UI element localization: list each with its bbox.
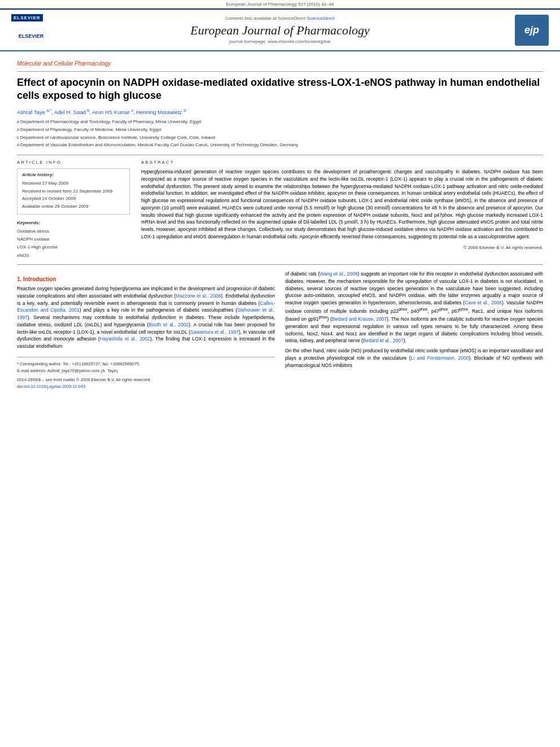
affil-text-d: Department of Vascular Endothelium and M… — [20, 142, 298, 149]
article-info-title: ARTICLE INFO — [17, 160, 130, 165]
keywords-label: Keywords: — [17, 220, 130, 225]
content-area: Molecular and Cellular Pharmacology Effe… — [0, 51, 560, 396]
footnote-email: E-mail address: Ashraf_taye70@yahoo.com … — [17, 368, 275, 374]
svg-text:ELSEVIER: ELSEVIER — [19, 33, 44, 39]
article-dates: Received 27 May 2009 Received in revised… — [22, 180, 125, 210]
divider-1 — [17, 71, 543, 72]
header-center: Contents lists available at ScienceDirec… — [51, 16, 509, 44]
article-history-label: Article history: — [22, 172, 125, 177]
abstract-title: ABSTRACT — [141, 160, 543, 165]
body-columns: 1. Introduction Reactive oxygen species … — [17, 270, 543, 390]
keyword-3: LOX-1-High glucose — [17, 243, 130, 251]
elsevier-tree-icon: ELSEVIER — [14, 24, 48, 45]
body-right-col: of diabetic rats (Wang et al., 2008) sug… — [285, 270, 543, 390]
header-top-bar: European Journal of Pharmacology 627 (20… — [0, 0, 560, 10]
ref-hayashida[interactable]: Hayashida et al., 2002 — [100, 336, 150, 342]
paper-title: Effect of apocynin on NADPH oxidase-medi… — [17, 76, 543, 103]
author-saad: Adel H. Saad b, — [54, 109, 92, 115]
main-header-row: ELSEVIER ELSEVIER Contents lists availab… — [0, 10, 560, 51]
page: European Journal of Pharmacology 627 (20… — [0, 0, 560, 747]
author-taye: Ashraf Taye a,*, — [17, 109, 54, 115]
journal-citation: European Journal of Pharmacology 627 (20… — [226, 2, 334, 7]
ref-bedard-krause[interactable]: Bedard and Krause, 2007 — [332, 316, 387, 322]
keyword-4: eNOS — [17, 252, 130, 260]
affil-sup-c: c — [17, 134, 19, 141]
author-kumar: Arun HS Kumar c, — [92, 109, 136, 115]
sciencedirect-link[interactable]: ScienceDirect — [307, 16, 335, 21]
author-morawietz: Henning Morawietz d — [136, 109, 186, 115]
affil-text-c: Department of cardiovascular science, Bi… — [20, 134, 215, 142]
elsevier-logo: ELSEVIER ELSEVIER — [11, 14, 51, 46]
body-para-1: Reactive oxygen species generated during… — [17, 285, 275, 350]
affil-text-a: Department of Pharmacology and Toxicolog… — [20, 119, 201, 126]
body-left-col: 1. Introduction Reactive oxygen species … — [17, 270, 275, 390]
ref-booth[interactable]: Booth et al., 2002 — [148, 322, 189, 327]
affiliations: a Department of Pharmacology and Toxicol… — [17, 119, 543, 149]
article-info-box: Article history: Received 27 May 2009 Re… — [17, 168, 130, 214]
ref-calles[interactable]: Calles-Escandon and Cipolla, 2001 — [17, 300, 275, 313]
ref-mazzone[interactable]: Mazzone et al., 2008 — [176, 293, 221, 299]
article-info-col: ARTICLE INFO Article history: Received 2… — [17, 160, 130, 260]
keyword-2: NADPH oxidase — [17, 235, 130, 243]
footnote-section: * Corresponding author. Tel.: +201186257… — [17, 357, 275, 390]
header-logo-right: ejp — [509, 15, 549, 46]
footnote-issn: 0014-2999/$ – see front matter © 2009 El… — [17, 377, 275, 383]
journal-title: European Journal of Pharmacology — [51, 23, 509, 38]
ref-wang[interactable]: Wang et al., 2008 — [320, 271, 357, 277]
doi-link[interactable]: doi:10.1016/j.ejphar.2009.10.045 — [24, 384, 85, 389]
affil-a: a Department of Pharmacology and Toxicol… — [17, 119, 543, 126]
two-col-info-abstract: ARTICLE INFO Article history: Received 2… — [17, 160, 543, 260]
keyword-1: Oxidative stress — [17, 228, 130, 235]
footnote-corresponding: * Corresponding author. Tel.: +201186257… — [17, 361, 275, 368]
divider-2 — [17, 155, 543, 155]
ref-cave[interactable]: Cave et al., 2006 — [465, 300, 502, 305]
footnote-doi: doi:doi:10.1016/j.ejphar.2009.10.045 — [17, 383, 275, 390]
intro-heading: 1. Introduction — [17, 276, 275, 282]
divider-3 — [17, 264, 543, 265]
affil-sup-d: d — [17, 142, 19, 148]
ejp-logo: ejp — [515, 15, 549, 46]
ref-bedard-2007[interactable]: Bedard et al., 2007 — [363, 338, 404, 343]
copyright: © 2009 Elsevier B.V. All rights reserved… — [141, 245, 543, 250]
ref-sawamura[interactable]: Sawamura et al., 1997 — [190, 329, 239, 335]
elsevier-box: ELSEVIER — [11, 14, 43, 21]
abstract-text: Hyperglycemia-induced generation of reac… — [141, 168, 543, 241]
body-para-2: of diabetic rats (Wang et al., 2008) sug… — [285, 270, 543, 344]
affil-d: d Department of Vascular Endothelium and… — [17, 142, 543, 149]
affil-b: b Department of Physiology, Faculty of M… — [17, 126, 543, 134]
abstract-col: ABSTRACT Hyperglycemia-induced generatio… — [141, 160, 543, 260]
elsevier-wordmark: LSEVIER — [17, 15, 40, 20]
affil-text-b: Department of Physiology, Faculty of Med… — [20, 126, 161, 134]
journal-homepage: journal homepage: www.elsevier.com/locat… — [51, 39, 509, 44]
affil-sup-b: b — [17, 126, 19, 133]
authors-line: Ashraf Taye a,*, Adel H. Saad b, Arun HS… — [17, 108, 543, 115]
section-label: Molecular and Cellular Pharmacology — [17, 60, 543, 67]
contents-line: Contents lists available at ScienceDirec… — [51, 16, 509, 21]
body-para-3: On the other hand, nitric oxide (NO) pro… — [285, 347, 543, 369]
date-received: Received 27 May 2009 — [22, 180, 125, 187]
affil-c: c Department of cardiovascular science, … — [17, 134, 543, 142]
keywords-section: Keywords: Oxidative stress NADPH oxidase… — [17, 220, 130, 260]
ref-li-forstermann[interactable]: Li and Forstermann, 2000 — [411, 355, 469, 361]
date-available: Available online 28 October 2009 — [22, 203, 125, 211]
keywords-list: Oxidative stress NADPH oxidase LOX-1-Hig… — [17, 228, 130, 260]
date-revised: Received in revised form 21 September 20… — [22, 187, 125, 195]
date-accepted: Accepted 14 October 2009 — [22, 195, 125, 203]
affil-sup-a: a — [17, 119, 19, 125]
